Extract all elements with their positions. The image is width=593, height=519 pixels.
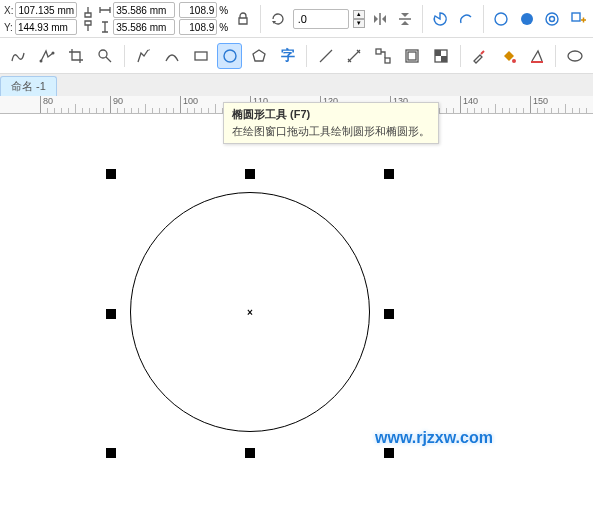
effect-tool-icon[interactable] xyxy=(400,43,425,69)
separator xyxy=(306,45,307,67)
add-shape-icon[interactable] xyxy=(567,8,589,30)
pen-tool-icon[interactable] xyxy=(131,43,156,69)
ruler-tick: 90 xyxy=(110,96,111,114)
spin-down-icon[interactable]: ▼ xyxy=(353,19,365,28)
width-input[interactable] xyxy=(113,2,175,18)
circle-fill-icon[interactable] xyxy=(516,8,538,30)
svg-point-0 xyxy=(495,13,507,25)
freehand-tool-icon[interactable] xyxy=(6,43,31,69)
x-input[interactable] xyxy=(15,2,77,18)
ruler-tick: 100 xyxy=(180,96,181,114)
zoom-tool-icon[interactable] xyxy=(93,43,118,69)
svg-rect-12 xyxy=(385,58,390,63)
rectangle-tool-icon[interactable] xyxy=(188,43,213,69)
mirror-h-icon[interactable] xyxy=(369,8,391,30)
handle-sw[interactable] xyxy=(106,448,116,458)
svg-point-18 xyxy=(512,59,516,63)
scale-group: % % xyxy=(179,2,228,35)
scale-x-input[interactable] xyxy=(179,2,217,18)
handle-se[interactable] xyxy=(384,448,394,458)
line-tool-icon[interactable] xyxy=(313,43,338,69)
size-lock-icon[interactable] xyxy=(81,5,95,33)
angle-spinner[interactable]: ▲ ▼ xyxy=(353,10,365,28)
y-label: Y: xyxy=(4,22,13,33)
watermark: www.rjzxw.com xyxy=(375,429,493,447)
curve-tool-icon[interactable] xyxy=(159,43,184,69)
arc-icon[interactable] xyxy=(455,8,477,30)
rotate-icon[interactable] xyxy=(267,8,289,30)
drawing-canvas[interactable]: × 椭圆形工具 (F7) 在绘图窗口拖动工具绘制圆形和椭圆形。 www.rjzx… xyxy=(0,114,593,519)
size-group xyxy=(99,2,175,35)
ruler-tick: 150 xyxy=(530,96,531,114)
svg-point-2 xyxy=(546,13,558,25)
shape-tool-icon[interactable] xyxy=(35,43,60,69)
ellipse-tool-icon[interactable] xyxy=(217,43,242,69)
crop-tool-icon[interactable] xyxy=(64,43,89,69)
pie-icon[interactable] xyxy=(429,8,451,30)
tooltip-desc: 在绘图窗口拖动工具绘制圆形和椭圆形。 xyxy=(232,124,430,139)
width-icon xyxy=(99,4,111,16)
svg-rect-11 xyxy=(376,49,381,54)
ruler-tick: 140 xyxy=(460,96,461,114)
eyedropper-tool-icon[interactable] xyxy=(467,43,492,69)
svg-point-6 xyxy=(52,51,55,54)
svg-rect-4 xyxy=(572,13,580,21)
percent-sign-2: % xyxy=(219,22,228,33)
ellipse-alt-icon[interactable] xyxy=(562,43,587,69)
svg-rect-8 xyxy=(195,52,207,60)
y-input[interactable] xyxy=(15,19,77,35)
spin-up-icon[interactable]: ▲ xyxy=(353,10,365,19)
lock-aspect-icon[interactable] xyxy=(232,8,254,30)
divider xyxy=(422,5,423,33)
tooltip-title: 椭圆形工具 (F7) xyxy=(232,107,430,122)
scale-y-input[interactable] xyxy=(179,19,217,35)
text-tool-icon[interactable]: 字 xyxy=(275,43,300,69)
svg-point-3 xyxy=(550,16,555,21)
shape-toolbar: 字 xyxy=(0,38,593,74)
polygon-tool-icon[interactable] xyxy=(246,43,271,69)
svg-marker-10 xyxy=(253,50,265,61)
svg-rect-16 xyxy=(435,50,441,56)
svg-point-5 xyxy=(40,59,43,62)
separator xyxy=(124,45,125,67)
transparency-tool-icon[interactable] xyxy=(429,43,454,69)
handle-ne[interactable] xyxy=(384,169,394,179)
handle-n[interactable] xyxy=(245,169,255,179)
ruler-tick: 80 xyxy=(40,96,41,114)
handle-s[interactable] xyxy=(245,448,255,458)
mirror-v-icon[interactable] xyxy=(395,8,417,30)
height-input[interactable] xyxy=(113,19,175,35)
divider xyxy=(260,5,261,33)
handle-w[interactable] xyxy=(106,309,116,319)
dimension-tool-icon[interactable] xyxy=(342,43,367,69)
svg-point-19 xyxy=(568,51,582,61)
svg-rect-17 xyxy=(441,56,447,62)
svg-point-7 xyxy=(99,50,107,58)
outline-tool-icon[interactable] xyxy=(524,43,549,69)
tab-doc1[interactable]: 命名 -1 xyxy=(0,76,57,96)
donut-icon[interactable] xyxy=(541,8,563,30)
x-label: X: xyxy=(4,5,13,16)
handle-e[interactable] xyxy=(384,309,394,319)
position-group: X: Y: xyxy=(4,2,77,35)
svg-point-1 xyxy=(521,13,533,25)
handle-nw[interactable] xyxy=(106,169,116,179)
document-tabs: 命名 -1 xyxy=(0,74,593,96)
center-marker-icon: × xyxy=(247,307,253,318)
percent-sign: % xyxy=(219,5,228,16)
property-bar: X: Y: % % xyxy=(0,0,593,38)
angle-input[interactable] xyxy=(293,9,349,29)
tooltip: 椭圆形工具 (F7) 在绘图窗口拖动工具绘制圆形和椭圆形。 xyxy=(223,102,439,144)
circle-shape-icon[interactable] xyxy=(490,8,512,30)
svg-rect-14 xyxy=(408,52,416,60)
separator xyxy=(555,45,556,67)
connector-tool-icon[interactable] xyxy=(371,43,396,69)
separator xyxy=(460,45,461,67)
svg-point-9 xyxy=(224,50,236,62)
fill-tool-icon[interactable] xyxy=(495,43,520,69)
divider xyxy=(483,5,484,33)
height-icon xyxy=(99,21,111,33)
